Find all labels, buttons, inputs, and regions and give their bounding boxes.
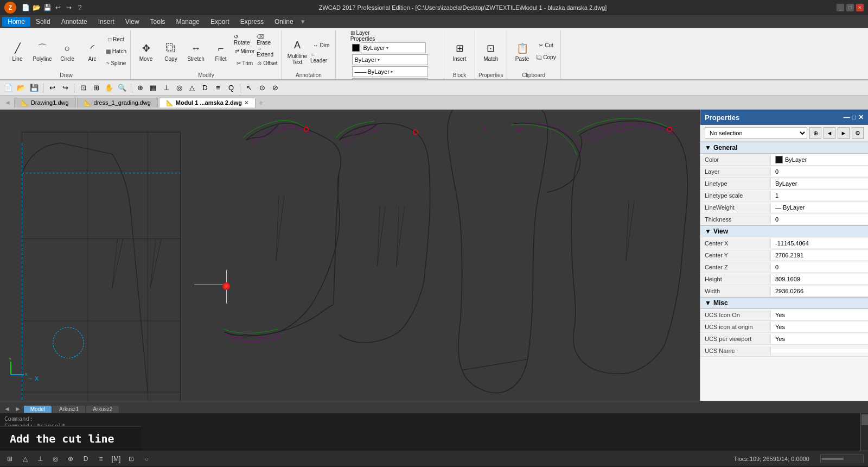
tb-grid[interactable]: ▦ (147, 82, 159, 94)
menu-express[interactable]: Express (235, 17, 269, 27)
qa-redo[interactable]: ↪ (64, 3, 74, 12)
tb-osnap[interactable]: △ (186, 82, 198, 94)
ribbon-btn-mtext[interactable]: A Multiline Text (285, 36, 309, 67)
ribbon-btn-mirror[interactable]: ⇌ Mirror (234, 46, 256, 57)
ribbon-btn-polyline[interactable]: ⌒ Polyline (30, 36, 54, 67)
layer-properties-btn[interactable]: ⊞ Layer Properties (352, 30, 374, 41)
qa-open[interactable]: 📂 (31, 3, 41, 12)
width-prop-value[interactable]: 2936.0266 (771, 286, 868, 296)
sel-options-btn[interactable]: ⚙ (852, 127, 864, 139)
height-prop-value[interactable]: 809.1609 (771, 274, 868, 284)
canvas-area[interactable]: X Y → X (0, 110, 700, 401)
tb-polar[interactable]: ◎ (173, 82, 185, 94)
model-tab-nav-left[interactable]: ◄ (2, 405, 12, 413)
menu-manage[interactable]: Manage (171, 17, 205, 27)
ribbon-btn-extend[interactable]: → Extend (257, 46, 278, 57)
tb-open[interactable]: 📂 (15, 82, 27, 94)
tb-select[interactable]: ↖ (243, 82, 255, 94)
sb-qview-btn[interactable]: ○ (141, 453, 152, 464)
ucsiconon-value[interactable]: Yes (771, 310, 868, 320)
lineweight-dropdown[interactable]: — ByLayer ▾ (352, 78, 428, 79)
tb-new[interactable]: 📄 (2, 82, 14, 94)
sel-pick-btn[interactable]: ⊕ (809, 127, 821, 139)
lw-value[interactable]: — ByLayer (771, 203, 868, 212)
tb-ortho[interactable]: ⊥ (160, 82, 172, 94)
doc-tab-drawing1[interactable]: 📐 Drawing1.dwg (14, 98, 76, 108)
ucsiconatorigin-value[interactable]: Yes (771, 322, 868, 332)
ribbon-btn-arc[interactable]: ◜ Arc (80, 36, 104, 67)
tb-qp[interactable]: Q (225, 82, 237, 94)
prop-panel-restore[interactable]: □ (852, 113, 856, 121)
tb-zoom-win[interactable]: ⊞ (90, 82, 102, 94)
tab-scroll-left[interactable]: ◄ (2, 99, 13, 106)
tb-dynin[interactable]: D (199, 82, 211, 94)
tb-zoom-extents[interactable]: ⊡ (77, 82, 89, 94)
menu-export[interactable]: Export (205, 17, 235, 27)
prop-panel-close[interactable]: ✕ (858, 113, 864, 121)
win-close[interactable]: ✕ (856, 4, 864, 11)
ribbon-btn-match[interactable]: ⊡ Match (479, 36, 503, 67)
win-minimize[interactable]: _ (837, 4, 844, 11)
ribbon-btn-cut[interactable]: ✂ Cut (535, 40, 557, 51)
model-tab-model[interactable]: Model (24, 406, 52, 413)
qa-undo[interactable]: ↩ (53, 3, 63, 12)
win-restore[interactable]: □ (846, 4, 854, 11)
linetype-prop-value[interactable]: ByLayer (771, 179, 868, 188)
sb-lw-btn[interactable]: ≡ (95, 453, 106, 464)
ribbon-btn-leader[interactable]: ← Leader (310, 52, 332, 63)
sb-model-btn[interactable]: [M] (111, 453, 122, 464)
prop-section-general-header[interactable]: ▼ General (700, 142, 868, 154)
ltscale-value[interactable]: 1 (771, 191, 868, 200)
doc-tab-modul1[interactable]: 📐 Modul 1 ...amska 2.dwg ✕ (159, 98, 256, 108)
ribbon-btn-rotate[interactable]: ↺ Rotate (234, 34, 256, 45)
cy-value[interactable]: 2706.2191 (771, 250, 868, 260)
ribbon-btn-erase[interactable]: ⌫ Erase (257, 34, 278, 45)
ribbon-btn-circle[interactable]: ○ Circle (55, 36, 79, 67)
menu-view[interactable]: View (120, 17, 145, 27)
ribbon-btn-trim[interactable]: ✂ Trim (234, 58, 256, 69)
linetype-dropdown[interactable]: —— ByLayer ▾ (352, 66, 428, 77)
cmd-scrollbar[interactable] (860, 413, 868, 451)
thickness-value[interactable]: 0 (771, 214, 868, 224)
tb-layer2[interactable]: ⊘ (269, 82, 281, 94)
tb-redo[interactable]: ↪ (59, 82, 71, 94)
sb-osnap-btn[interactable]: ⊕ (65, 453, 76, 464)
menu-tools[interactable]: Tools (145, 17, 171, 27)
prop-section-view-header[interactable]: ▼ View (700, 225, 868, 237)
ribbon-btn-stretch[interactable]: ↔ Stretch (184, 36, 208, 67)
tb-snap[interactable]: ⊕ (134, 82, 146, 94)
prop-section-misc-header[interactable]: ▼ Misc (700, 297, 868, 309)
menu-insert[interactable]: Insert (93, 17, 120, 27)
ribbon-btn-line[interactable]: ╱ Line (5, 36, 29, 67)
ribbon-btn-move[interactable]: ✥ Move (134, 36, 158, 67)
model-tab-arkusz2[interactable]: Arkusz2 (86, 406, 119, 413)
ribbon-btn-fillet[interactable]: ⌐ Fillet (209, 36, 233, 67)
menu-solid[interactable]: Solid (30, 17, 56, 27)
sb-ortho-btn[interactable]: ⊥ (35, 453, 46, 464)
model-tab-nav-right[interactable]: ► (13, 405, 23, 413)
tab-add[interactable]: + (257, 98, 265, 107)
ucsname-value[interactable] (771, 349, 868, 352)
menu-expand[interactable]: ▾ (301, 17, 305, 26)
menu-home[interactable]: Home (2, 17, 30, 27)
cz-value[interactable]: 0 (771, 262, 868, 272)
sb-dynin-btn[interactable]: D (80, 453, 91, 464)
qa-save[interactable]: 💾 (42, 3, 52, 12)
ribbon-btn-dim[interactable]: ↔ Dim (310, 40, 332, 51)
tb-properties2[interactable]: ⊙ (256, 82, 268, 94)
cx-value[interactable]: -11145.4064 (771, 238, 868, 248)
model-tab-arkusz1[interactable]: Arkusz1 (53, 406, 85, 413)
sb-qp-btn[interactable]: ⊡ (126, 453, 137, 464)
ribbon-btn-offset[interactable]: ⊙ Offset (257, 58, 278, 69)
tb-lw[interactable]: ≡ (212, 82, 224, 94)
layer-dropdown[interactable]: ByLayer ▾ (361, 42, 426, 53)
ucsperviewport-value[interactable]: Yes (771, 334, 868, 344)
ribbon-btn-copy[interactable]: ⿻ Copy (159, 36, 183, 67)
color-value-display[interactable]: ByLayer (771, 154, 868, 165)
tb-save[interactable]: 💾 (28, 82, 40, 94)
layer-prop-value[interactable]: 0 (771, 167, 868, 176)
menu-online[interactable]: Online (269, 17, 299, 27)
sel-next-btn[interactable]: ► (838, 127, 850, 139)
sb-polar-btn[interactable]: ◎ (50, 453, 61, 464)
sb-zoom-slider[interactable] (820, 455, 864, 463)
